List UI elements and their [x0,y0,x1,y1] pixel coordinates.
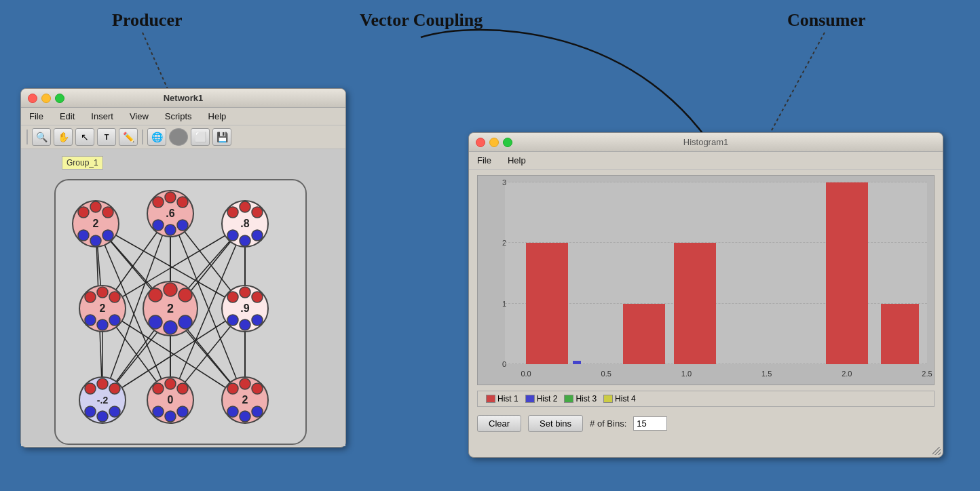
eraser-button[interactable]: ⬜ [191,128,210,146]
histogram-chart-area: 3 2 1 0 0.0 0.5 1.0 1.5 [477,175,935,385]
svg-point-50 [240,235,250,246]
producer-dotted-line [143,33,170,94]
svg-point-48 [252,207,263,218]
svg-point-43 [153,220,164,231]
bar-5 [881,304,919,364]
svg-point-67 [149,315,162,329]
toolbar-separator-1 [26,130,28,144]
group-label: Group_1 [62,156,103,170]
hist-menu-help[interactable]: Help [505,154,529,167]
select-button[interactable]: ↖ [75,128,94,146]
pencil-button[interactable]: ✏️ [119,128,138,146]
histogram-controls: Clear Set bins # of Bins: [469,411,943,436]
circle-button[interactable] [169,128,188,146]
bar-3 [674,243,716,364]
clear-button[interactable]: Clear [477,415,521,432]
hist-close-button[interactable] [476,138,485,147]
histogram-window: Histogram1 File Help 3 2 1 0 [468,132,943,458]
svg-point-35 [78,230,89,241]
svg-point-58 [97,319,108,330]
y-label-3: 3 [502,178,506,186]
svg-point-74 [240,319,250,330]
bar-1 [526,243,568,364]
svg-text:-.2: -.2 [97,395,109,406]
svg-point-79 [97,378,108,389]
save-button[interactable]: 💾 [212,128,231,146]
menu-scripts[interactable]: Scripts [162,110,195,123]
svg-point-81 [109,406,120,417]
bins-label: # of Bins: [590,418,626,429]
svg-text:2: 2 [242,394,248,406]
menu-edit[interactable]: Edit [57,110,77,123]
svg-point-73 [252,315,263,326]
hist-menu-file[interactable]: File [474,154,494,167]
x-label-05: 0.5 [601,370,611,378]
svg-point-88 [177,383,188,394]
svg-text:2: 2 [93,218,99,229]
bar-4 [826,182,868,364]
svg-point-66 [164,321,177,334]
bar-blue-1 [573,361,581,364]
bar-2 [623,304,665,364]
zoom-in-button[interactable]: 🔍 [32,128,51,146]
toolbar-separator-2 [142,130,143,144]
network-graph-svg: 2 .6 .8 [35,173,326,446]
svg-point-30 [78,207,89,218]
svg-point-97 [252,406,263,417]
svg-point-65 [178,315,192,329]
bins-input[interactable] [633,416,667,431]
legend-hist4: Hist 4 [603,394,636,404]
svg-point-31 [90,201,101,212]
traffic-lights[interactable] [28,94,64,103]
svg-text:.6: .6 [166,208,174,219]
legend-label-3: Hist 3 [576,394,597,404]
svg-point-32 [102,207,113,218]
close-button[interactable] [28,94,37,103]
chart-inner: 3 2 1 0 0.0 0.5 1.0 1.5 [505,182,927,364]
svg-point-42 [165,224,176,235]
svg-point-95 [240,378,250,389]
svg-point-49 [252,230,263,241]
hist-minimize-button[interactable] [489,138,499,147]
set-bins-button[interactable]: Set bins [528,415,583,432]
legend-label-2: Hist 2 [537,394,558,404]
svg-point-55 [97,287,108,298]
svg-point-57 [109,315,120,326]
svg-point-46 [227,207,238,218]
svg-point-94 [227,383,238,394]
legend-hist3: Hist 3 [564,394,597,404]
menu-insert[interactable]: Insert [88,110,116,123]
pan-button[interactable]: ✋ [54,128,73,146]
x-label-25: 2.5 [922,370,932,378]
svg-point-90 [165,411,176,422]
svg-text:0: 0 [168,394,174,406]
y-label-0: 0 [502,360,506,368]
svg-text:.8: .8 [240,218,249,229]
menu-file[interactable]: File [26,110,46,123]
hist-maximize-button[interactable] [503,138,512,147]
svg-point-98 [240,411,250,422]
legend-color-4 [603,395,613,403]
menu-help[interactable]: Help [206,110,229,123]
svg-point-82 [97,411,108,422]
svg-point-34 [90,235,101,246]
svg-point-40 [177,197,188,208]
histogram-window-title: Histogram1 [683,137,728,147]
svg-point-96 [252,383,263,394]
hist-traffic-lights[interactable] [476,138,512,147]
svg-point-59 [85,315,96,326]
resize-handle[interactable] [932,447,941,455]
svg-point-89 [177,406,188,417]
maximize-button[interactable] [55,94,64,103]
svg-text:2: 2 [100,302,106,314]
minimize-button[interactable] [41,94,51,103]
network-button[interactable]: 🌐 [147,128,166,146]
svg-text:2: 2 [167,302,174,315]
svg-point-80 [109,383,120,394]
menu-view[interactable]: View [127,110,151,123]
svg-point-62 [149,288,162,302]
text-button[interactable]: T [97,128,116,146]
histogram-legend: Hist 1 Hist 2 Hist 3 Hist 4 [477,391,935,407]
legend-hist1: Hist 1 [486,394,519,404]
x-label-10: 1.0 [681,370,692,378]
